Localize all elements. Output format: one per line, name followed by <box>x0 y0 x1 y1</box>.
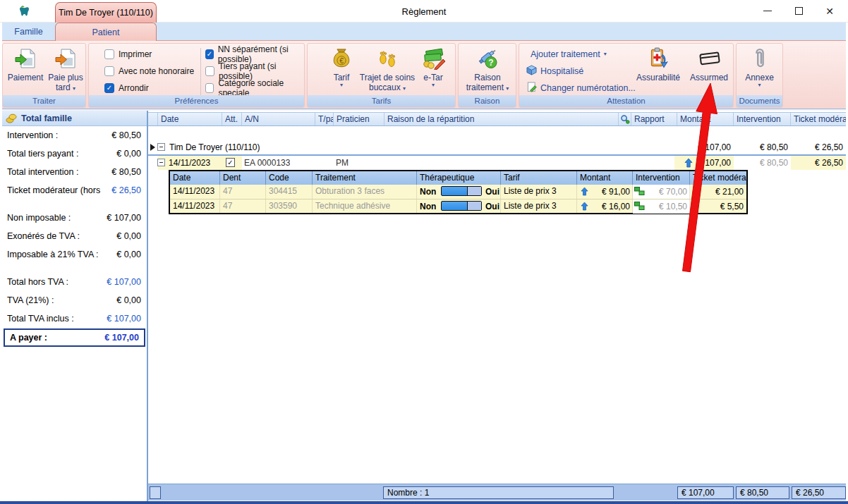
paie-plus-tard-button[interactable]: Paie plus tard ▾ <box>47 46 85 92</box>
trajet-de-soins-button[interactable]: Trajet de soins buccaux ▾ <box>351 46 423 92</box>
col-header-date[interactable]: Date <box>158 113 222 125</box>
col-header-praticien[interactable]: Praticien <box>334 113 384 125</box>
checkbox-icon <box>104 49 114 59</box>
statusbar-total-montant: € 107,00 <box>677 486 734 499</box>
total-row-tva-inclus: Total TVA inclus :€ 107,00 <box>2 309 147 328</box>
detail2-montant: € 16,00 <box>577 199 630 213</box>
ajouter-traitement-button[interactable]: Ajouter traitement ▾ <box>531 48 607 60</box>
detail-grid: Date Dent Code Traitement Thérapeutique … <box>169 170 748 214</box>
col-header-intervention[interactable]: Intervention <box>734 113 791 125</box>
annexe-button[interactable]: Annexe ▾ <box>740 46 779 88</box>
slider-handle[interactable] <box>467 202 481 210</box>
detail1-code: 304415 <box>266 185 313 199</box>
total-row-tiers-payant: Total tiers payant :€ 0,00 <box>2 145 147 163</box>
detail1-tarif: Liste de prix 3 <box>501 185 577 199</box>
collapse-master-icon[interactable] <box>157 159 165 166</box>
detail-col-dent[interactable]: Dent <box>220 171 266 185</box>
checkbox-arrondir[interactable]: ✓Arrondir <box>104 82 149 94</box>
paiement-label: Paiement <box>8 73 44 82</box>
ribbon: Paiement Paie plus tard ▾ Traiter Imprim… <box>2 40 846 109</box>
checkbox-tiers-payant[interactable]: Tiers payant (si possible) <box>205 66 304 77</box>
detail2-ticket: € 5,50 <box>690 199 744 213</box>
group-row-ticket: € 26,50 <box>791 140 843 154</box>
detail-row-1[interactable]: 14/11/2023 47 304415 Obturation 3 faces … <box>170 185 746 199</box>
preferences-separator <box>200 48 201 96</box>
group-caption-raison: Raison <box>459 95 516 107</box>
checkbox-nn-separement[interactable]: ✓NN séparément (si possible) <box>205 49 304 60</box>
col-header-ticket[interactable]: Ticket modéra <box>791 113 846 125</box>
detail2-therapeutique-slider[interactable] <box>441 201 482 211</box>
trajet-label-line2: buccaux ▾ <box>369 82 406 92</box>
col-header-raison[interactable]: Raison de la répartition <box>384 113 619 125</box>
dropdown-icon: ▾ <box>758 82 761 88</box>
assurmed-label: Assurmed <box>690 73 728 82</box>
detail2-intervention: € 10,50 <box>633 199 687 213</box>
col-header-tpa[interactable]: T/pa <box>315 113 334 125</box>
paiement-button[interactable]: Paiement <box>7 46 44 82</box>
credit-card-icon <box>696 46 722 71</box>
master-praticien: PM <box>336 156 349 170</box>
reglement-grid: Date Att. A/N T/pa Praticien Raison de l… <box>148 111 846 500</box>
paperclip-icon <box>751 46 768 71</box>
tab-patient[interactable]: Patient <box>55 23 157 41</box>
col-header-att[interactable]: Att. <box>222 113 242 125</box>
syringe-question-icon: ? <box>476 46 499 71</box>
trajet-label-line1: Trajet de soins <box>360 73 415 82</box>
ribbon-group-raison: ? Raison traitement ▾ Raison <box>458 43 516 108</box>
detail1-ticket: € 21,00 <box>690 185 744 199</box>
slider-handle[interactable] <box>467 187 481 195</box>
master-row-attestation[interactable]: 14/11/2023 ✓ EA 0000133 PM € 107,00 € 80… <box>148 156 846 170</box>
minimize-icon <box>763 11 772 11</box>
group-caption-tarifs: Tarifs <box>308 95 455 107</box>
checkbox-avec-note-honoraire[interactable]: Avec note honoraire <box>104 66 194 77</box>
etar-button[interactable]: e-Tar ▾ <box>415 46 452 88</box>
detail2-traitement: Technique adhésive <box>313 199 417 214</box>
title-bar: Tim De Troyer (110/110) Règlement ✕ <box>0 0 848 23</box>
detail-col-ticket[interactable]: Ticket modéra <box>690 171 746 185</box>
total-row-intervention: Intervention :€ 80,50 <box>2 126 147 145</box>
detail1-montant: € 91,00 <box>577 185 630 199</box>
checkbox-imprimer[interactable]: Imprimer <box>104 49 152 60</box>
a-payer-value: € 107,00 <box>104 333 139 343</box>
changer-numerotation-button[interactable]: Changer numérotation... <box>526 82 636 94</box>
group-row-patient[interactable]: Tim De Troyer (110/110) € 107,00 € 80,50… <box>148 140 846 154</box>
total-row-ticket-moderateur: Ticket modérateur (hors€ 26,50 <box>2 181 147 199</box>
magnifier-icon <box>620 114 630 124</box>
tab-strip: Famille Patient <box>2 23 846 40</box>
minimize-button[interactable] <box>752 0 783 22</box>
patient-window-tab[interactable]: Tim De Troyer (110/110) <box>55 2 157 23</box>
close-button[interactable]: ✕ <box>814 0 845 22</box>
detail-row-2[interactable]: 14/11/2023 47 303590 Technique adhésive … <box>170 199 746 213</box>
attestation-checkbox[interactable]: ✓ <box>226 158 235 167</box>
money-bag-icon: € <box>331 46 352 71</box>
col-header-montant[interactable]: Montant <box>677 113 734 125</box>
detail1-therapeutique-slider[interactable] <box>441 186 482 196</box>
raison-traitement-button[interactable]: ? Raison traitement ▾ <box>461 46 514 92</box>
detail-col-montant[interactable]: Montant <box>577 171 633 185</box>
checkbox-categorie-sociale[interactable]: Catégorie sociale speciale <box>205 82 304 94</box>
col-header-an[interactable]: A/N <box>242 113 315 125</box>
col-header-rapport[interactable]: Rapport <box>631 113 677 125</box>
collapse-group-icon[interactable] <box>157 143 165 151</box>
detail-col-tarif[interactable]: Tarif <box>501 171 577 185</box>
svg-text:?: ? <box>488 58 493 68</box>
window-border-bottom <box>0 501 848 504</box>
detail-col-therapeutique[interactable]: Thérapeutique <box>417 171 501 185</box>
dropdown-icon: ▾ <box>403 85 406 92</box>
col-header-rapport-icon[interactable] <box>619 113 631 125</box>
maximize-button[interactable] <box>783 0 814 22</box>
tab-famille[interactable]: Famille <box>2 23 55 40</box>
detail-col-date[interactable]: Date <box>170 171 220 185</box>
detail-header-row: Date Dent Code Traitement Thérapeutique … <box>170 171 746 185</box>
sidebar-title: Total famille <box>21 113 72 123</box>
detail-col-code[interactable]: Code <box>266 171 313 185</box>
group-row-intervention: € 80,50 <box>734 140 788 154</box>
sidebar-spacer <box>2 199 147 209</box>
detail-col-traitement[interactable]: Traitement <box>313 171 417 185</box>
detail-col-intervention[interactable]: Intervention <box>633 171 690 185</box>
detail2-tarif: Liste de prix 3 <box>501 199 577 214</box>
hospitalise-button[interactable]: Hospitalisé <box>526 65 583 77</box>
assurmed-button[interactable]: Assurmed <box>687 46 731 82</box>
assurabilite-button[interactable]: Assurabilité <box>627 46 689 82</box>
checkbox-icon <box>205 83 214 93</box>
